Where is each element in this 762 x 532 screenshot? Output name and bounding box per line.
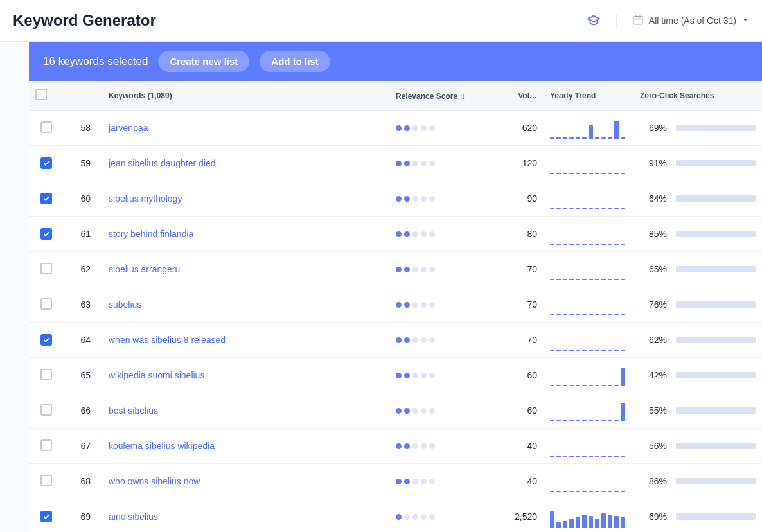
zero-click-cell: 69% [634, 111, 762, 146]
zero-click-cell: 69% [634, 499, 762, 533]
keyword-link[interactable]: wikipedia suomi sibelius [109, 370, 204, 380]
table-row: 69aino sibelius2,52069% [29, 499, 762, 533]
trend-sparkline [544, 287, 634, 323]
trend-sparkline [544, 217, 634, 252]
keyword-link[interactable]: aino sibelius [109, 511, 158, 522]
trend-sparkline [544, 499, 634, 533]
volume-value: 70 [479, 287, 544, 323]
row-checkbox[interactable] [40, 193, 52, 204]
zero-click-cell: 86% [634, 464, 762, 499]
volume-value: 60 [479, 358, 544, 393]
row-checkbox[interactable] [40, 369, 52, 380]
relevance-score [389, 146, 479, 181]
keyword-link[interactable]: when was sibelius 8 released [109, 335, 226, 345]
relevance-score [389, 181, 479, 217]
keyword-link[interactable]: story behind finlandia [109, 229, 193, 239]
row-checkbox[interactable] [40, 121, 52, 133]
relevance-score [389, 393, 479, 429]
row-checkbox[interactable] [40, 404, 52, 416]
zero-click-pct: 55% [640, 405, 667, 416]
zero-click-pct: 64% [640, 193, 667, 204]
relevance-score [389, 111, 479, 146]
create-list-button[interactable]: Create new list [158, 51, 249, 72]
row-checkbox[interactable] [40, 263, 52, 274]
selection-bar: 16 keywords selected Create new list Add… [29, 42, 762, 81]
relevance-score [389, 323, 479, 358]
row-checkbox[interactable] [40, 298, 52, 310]
volume-value: 70 [479, 323, 544, 358]
col-header-checkbox [29, 81, 64, 111]
trend-sparkline [544, 146, 634, 181]
selection-count: 16 keywords selected [43, 55, 148, 68]
trend-sparkline [544, 323, 634, 358]
calendar-icon [632, 14, 644, 28]
zero-click-pct: 65% [640, 264, 667, 274]
row-index: 63 [64, 287, 102, 323]
trend-sparkline [544, 464, 634, 499]
relevance-score [389, 358, 479, 393]
trend-sparkline [544, 111, 634, 146]
keyword-link[interactable]: sibelius mythology [109, 193, 182, 204]
col-header-index [64, 81, 102, 111]
table-row: 63subelius7076% [29, 287, 762, 323]
trend-sparkline [544, 358, 634, 393]
volume-value: 40 [479, 429, 544, 464]
row-checkbox[interactable] [40, 334, 52, 346]
date-range-label: All time (As of Oct 31) [649, 15, 736, 26]
volume-value: 60 [479, 393, 544, 429]
table-row: 60sibelius mythology9064% [29, 181, 762, 217]
zero-click-cell: 62% [634, 323, 762, 358]
row-checkbox[interactable] [40, 228, 52, 240]
topbar: Keyword Generator All time (As of Oct 31… [0, 0, 762, 42]
zero-click-cell: 65% [634, 252, 762, 287]
table-row: 62sibelius arrangeru7065% [29, 252, 762, 287]
row-index: 67 [64, 429, 102, 464]
row-checkbox[interactable] [40, 157, 52, 169]
zero-click-cell: 64% [634, 181, 762, 217]
select-all-checkbox[interactable] [35, 89, 47, 100]
keywords-table: Keywords (1,089) Relevance Score↓ Vol… Y… [29, 81, 762, 532]
col-header-trend[interactable]: Yearly Trend [544, 81, 634, 111]
col-header-keywords[interactable]: Keywords (1,089) [102, 81, 389, 111]
table-row: 67koulema sibelius wikipedia4056% [29, 429, 762, 464]
keyword-link[interactable]: jean sibelius daughter died [109, 158, 216, 168]
table-row: 66best sibelius6055% [29, 393, 762, 429]
relevance-score [389, 429, 479, 464]
academy-icon[interactable] [587, 13, 601, 28]
row-index: 58 [64, 111, 102, 146]
keyword-link[interactable]: who owns sibelius now [109, 476, 200, 486]
row-checkbox[interactable] [40, 475, 52, 486]
row-checkbox[interactable] [40, 511, 52, 522]
row-index: 68 [64, 464, 102, 499]
row-index: 61 [64, 217, 102, 252]
date-range-picker[interactable]: All time (As of Oct 31) [616, 14, 749, 28]
col-header-zeroclick[interactable]: Zero-Click Searches [634, 81, 762, 111]
zero-click-pct: 69% [640, 123, 667, 133]
col-header-volume[interactable]: Vol… [479, 81, 544, 111]
zero-click-pct: 69% [640, 511, 667, 522]
zero-click-pct: 85% [640, 229, 667, 239]
zero-click-cell: 85% [634, 217, 762, 252]
row-checkbox[interactable] [40, 439, 52, 451]
row-index: 65 [64, 358, 102, 393]
zero-click-pct: 42% [640, 370, 667, 380]
keyword-link[interactable]: sibelius arrangeru [109, 264, 180, 274]
zero-click-cell: 42% [634, 358, 762, 393]
col-header-relevance[interactable]: Relevance Score↓ [389, 81, 479, 111]
zero-click-cell: 91% [634, 146, 762, 181]
keyword-link[interactable]: jarvenpaa [109, 123, 148, 133]
row-index: 59 [64, 146, 102, 181]
relevance-score [389, 464, 479, 499]
add-to-list-button[interactable]: Add to list [260, 51, 330, 72]
zero-click-pct: 62% [640, 335, 667, 345]
zero-click-cell: 56% [634, 429, 762, 464]
relevance-score [389, 252, 479, 287]
keyword-link[interactable]: koulema sibelius wikipedia [109, 441, 215, 451]
row-index: 66 [64, 393, 102, 429]
table-row: 61story behind finlandia8085% [29, 217, 762, 252]
keyword-link[interactable]: subelius [109, 299, 141, 310]
row-index: 64 [64, 323, 102, 358]
volume-value: 40 [479, 464, 544, 499]
table-row: 64when was sibelius 8 released7062% [29, 323, 762, 358]
keyword-link[interactable]: best sibelius [109, 405, 158, 416]
